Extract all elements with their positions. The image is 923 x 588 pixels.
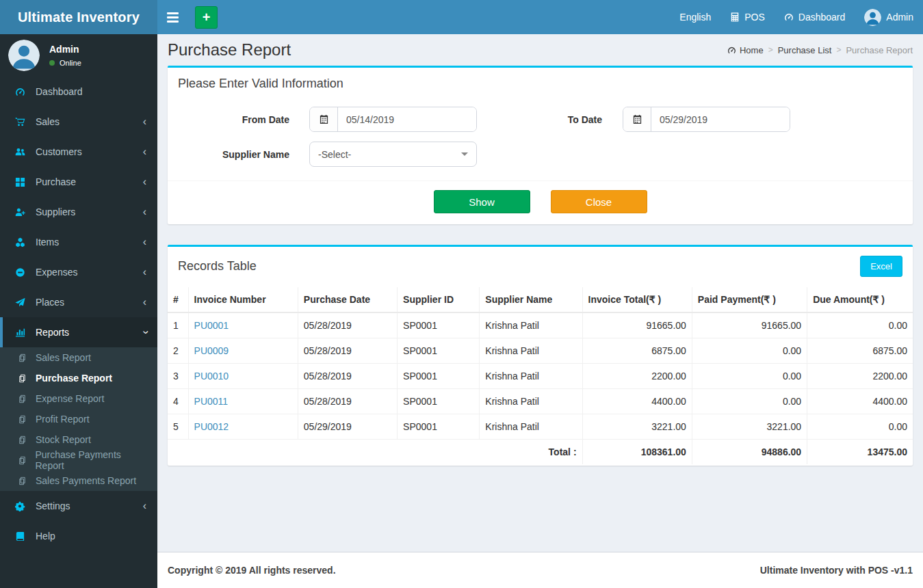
sidebar-item-expenses[interactable]: Expenses‹ (0, 257, 157, 287)
sidebar-item-places[interactable]: Places‹ (0, 287, 157, 317)
breadcrumb-item-home[interactable]: Home (727, 45, 764, 55)
supplier-row: Supplier Name -Select- (178, 142, 902, 167)
table-row: 2PU000905/28/2019SP0001Krishna Patil6875… (168, 338, 913, 364)
records-card: Records Table Excel #Invoice NumberPurch… (168, 245, 913, 466)
top-navbar: + English POS Dashboard Admin (157, 0, 923, 34)
send-icon (15, 297, 29, 308)
column-header-purchase-date: Purchase Date (298, 287, 397, 312)
user-status[interactable]: Online (49, 59, 81, 67)
sidebar-subitem-purchase-report[interactable]: Purchase Report (0, 368, 157, 388)
records-table: #Invoice NumberPurchase DateSupplier IDS… (168, 287, 913, 464)
main-column: + English POS Dashboard Admin (157, 0, 923, 588)
invoice-number-cell: PU0001 (188, 312, 298, 338)
sidebar-item-dashboard[interactable]: Dashboard (0, 77, 157, 107)
chevron-left-icon: ‹ (143, 297, 149, 308)
invoice-link[interactable]: PU0001 (194, 320, 229, 331)
nav-pos[interactable]: POS (720, 0, 775, 34)
navbar-right: English POS Dashboard Admin (670, 0, 923, 34)
quick-add-button[interactable]: + (195, 6, 218, 29)
gears-icon (15, 501, 29, 511)
invoice-link[interactable]: PU0009 (194, 345, 229, 356)
copy-icon (18, 395, 30, 403)
users-icon (15, 147, 29, 157)
copy-icon (18, 477, 30, 485)
table-cell: SP0001 (398, 389, 480, 414)
records-card-title: Records Table (178, 259, 257, 273)
column-header-invoice-number: Invoice Number (188, 287, 298, 312)
table-cell: SP0001 (398, 364, 480, 389)
sidebar-item-customers[interactable]: Customers‹ (0, 137, 157, 167)
sidebar-menu: DashboardSales‹Customers‹Purchase‹Suppli… (0, 77, 157, 588)
column-header-: # (168, 287, 188, 312)
invoice-link[interactable]: PU0010 (194, 371, 229, 382)
invoice-number-cell: PU0012 (188, 414, 298, 440)
invoice-number-cell: PU0009 (188, 338, 298, 364)
calendar-icon (623, 107, 651, 131)
sidebar-item-suppliers[interactable]: Suppliers‹ (0, 197, 157, 227)
total-value: 13475.00 (807, 440, 913, 465)
table-cell: Krishna Patil (480, 338, 582, 364)
copy-icon (18, 353, 30, 362)
table-cell: 05/29/2019 (298, 414, 397, 440)
sidebar-subitem-stock-report[interactable]: Stock Report (0, 429, 157, 450)
table-cell: 05/28/2019 (298, 389, 397, 414)
to-date-input-group (623, 107, 790, 132)
content-header: Purchase Report Home>Purchase List>Purch… (168, 34, 913, 66)
table-cell: 05/28/2019 (298, 338, 397, 364)
filter-card-header: Please Enter Valid Information (168, 68, 913, 98)
supplier-select[interactable]: -Select- (309, 142, 477, 167)
chevron-left-icon: ‹ (143, 176, 149, 187)
sidebar-subitem-label: Purchase Payments Report (36, 449, 150, 471)
total-label: Total : (168, 440, 582, 465)
column-header-invoice-total: Invoice Total(₹ ) (582, 287, 692, 312)
hamburger-icon (167, 12, 179, 14)
page-title: Purchase Report (168, 40, 291, 59)
copy-icon (18, 374, 30, 383)
sidebar-subitem-profit-report[interactable]: Profit Report (0, 409, 157, 429)
navbar-avatar-icon (864, 9, 881, 26)
sidebar-item-settings[interactable]: Settings‹ (0, 491, 157, 521)
filter-card-title: Please Enter Valid Information (178, 77, 343, 90)
copy-icon (18, 456, 30, 465)
sidebar-subitem-expense-report[interactable]: Expense Report (0, 388, 157, 409)
sidebar-item-label: Customers (36, 146, 143, 157)
from-date-input[interactable] (338, 107, 477, 131)
brand-logo[interactable]: Ultimate Inventory (0, 0, 157, 34)
calendar-icon (310, 107, 338, 131)
invoice-link[interactable]: PU0011 (194, 396, 229, 407)
nav-pos-label: POS (744, 12, 765, 23)
total-value: 94886.00 (692, 440, 807, 465)
sidebar-subitem-purchase-payments-report[interactable]: Purchase Payments Report (0, 450, 157, 470)
sidebar-subitem-sales-payments-report[interactable]: Sales Payments Report (0, 470, 157, 491)
sidebar-item-sales[interactable]: Sales‹ (0, 107, 157, 137)
invoice-link[interactable]: PU0012 (194, 421, 229, 432)
breadcrumb-item-purchase-list[interactable]: Purchase List (778, 45, 832, 55)
sidebar-item-reports[interactable]: Reports‹ (0, 317, 157, 347)
excel-export-button[interactable]: Excel (860, 256, 902, 277)
table-cell: 6875.00 (582, 338, 692, 364)
nav-language[interactable]: English (670, 0, 720, 34)
table-cell: 3 (168, 364, 188, 389)
user-name: Admin (49, 44, 81, 55)
sidebar-subitem-label: Sales Payments Report (36, 475, 136, 486)
book-icon (15, 531, 29, 542)
breadcrumb-label: Home (740, 45, 764, 55)
sidebar-item-items[interactable]: Items‹ (0, 227, 157, 257)
sidebar-toggle-button[interactable] (157, 5, 188, 29)
sidebar-subitem-sales-report[interactable]: Sales Report (0, 347, 157, 368)
sidebar-item-purchase[interactable]: Purchase‹ (0, 167, 157, 197)
sidebar-subitem-label: Purchase Report (36, 373, 112, 384)
to-date-input[interactable] (651, 107, 790, 131)
copyright-text: Copyright © 2019 All rights reserved. (168, 565, 336, 576)
nav-dashboard[interactable]: Dashboard (775, 0, 855, 34)
table-total-row: Total :108361.0094886.0013475.00 (168, 440, 913, 465)
user-info: Admin Online (49, 44, 81, 67)
close-button[interactable]: Close (551, 190, 647, 213)
table-cell: 05/28/2019 (298, 312, 397, 338)
nav-user-menu[interactable]: Admin (855, 0, 923, 34)
show-button[interactable]: Show (434, 190, 530, 213)
copy-icon (18, 436, 30, 444)
table-cell: 1 (168, 312, 188, 338)
sidebar-item-help[interactable]: Help (0, 521, 157, 551)
sidebar-item-label: Purchase (36, 176, 143, 187)
